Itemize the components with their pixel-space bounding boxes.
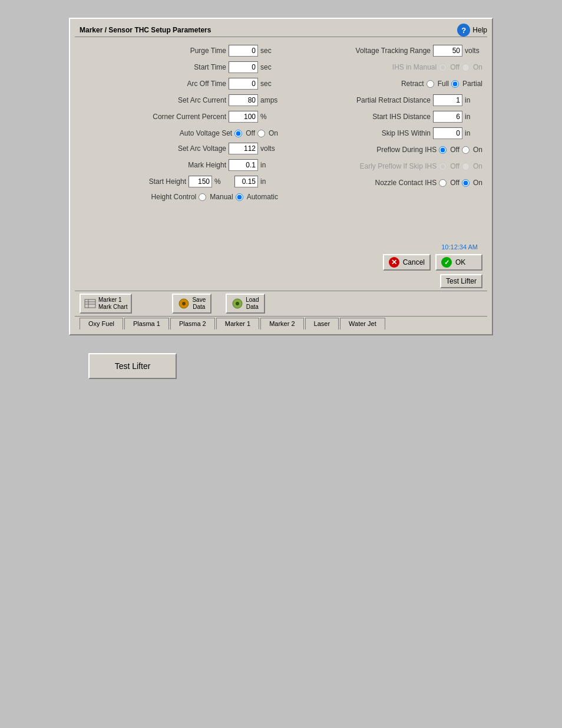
tab-water-jet[interactable]: Water Jet bbox=[340, 318, 385, 330]
svg-point-7 bbox=[236, 302, 239, 305]
purge-time-input[interactable] bbox=[229, 45, 258, 57]
preflow-ihs-label: Preflow During IHS bbox=[284, 146, 437, 154]
mark-height-label: Mark Height bbox=[156, 161, 226, 169]
start-ihs-input[interactable] bbox=[433, 111, 462, 123]
ok-button[interactable]: ✓ OK bbox=[435, 254, 482, 271]
tab-marker-2[interactable]: Marker 2 bbox=[260, 318, 303, 330]
nozzle-contact-on-label: On bbox=[473, 179, 482, 187]
start-height-input2[interactable] bbox=[234, 176, 258, 187]
partial-retract-label: Partial Retract Distance bbox=[284, 96, 431, 104]
load-label: Load bbox=[246, 297, 259, 304]
retract-partial-label: Partial bbox=[462, 80, 482, 88]
auto-voltage-on-radio[interactable] bbox=[257, 130, 265, 137]
cancel-label: Cancel bbox=[403, 258, 425, 266]
ihs-manual-on-label: On bbox=[473, 63, 482, 71]
mark-chart-label: Mark Chart bbox=[98, 304, 127, 311]
main-dialog: Marker / Sensor THC Setup Parameters ? H… bbox=[69, 18, 493, 335]
arc-off-time-label: Arc Off Time bbox=[156, 80, 226, 88]
skip-ihs-input[interactable] bbox=[433, 127, 462, 139]
save-data-button[interactable]: Save Data bbox=[172, 294, 211, 314]
set-arc-voltage-input[interactable] bbox=[229, 143, 258, 154]
save-label: Save bbox=[192, 297, 206, 304]
tab-bar: Oxy Fuel Plasma 1 Plasma 2 Marker 1 Mark… bbox=[75, 316, 487, 330]
arc-off-time-input[interactable] bbox=[229, 78, 258, 90]
corner-current-input[interactable] bbox=[229, 111, 258, 123]
purge-time-unit: sec bbox=[260, 47, 278, 55]
early-preflow-off-label: Off bbox=[450, 162, 459, 170]
skip-ihs-label: Skip IHS Within bbox=[284, 129, 431, 137]
test-lifter-button[interactable]: Test Lifter bbox=[440, 274, 482, 288]
auto-voltage-off-radio[interactable] bbox=[234, 130, 242, 137]
start-time-unit: sec bbox=[260, 63, 278, 71]
tab-plasma-2[interactable]: Plasma 2 bbox=[170, 318, 215, 330]
help-icon[interactable]: ? bbox=[457, 24, 470, 37]
nozzle-contact-off-radio[interactable] bbox=[439, 179, 447, 187]
save-data-icon bbox=[178, 298, 190, 309]
auto-voltage-on-label: On bbox=[269, 129, 278, 137]
preflow-ihs-on-label: On bbox=[473, 146, 482, 154]
cancel-button[interactable]: ✕ Cancel bbox=[383, 254, 431, 271]
purge-time-label: Purge Time bbox=[156, 47, 226, 55]
standalone-test-lifter-button[interactable]: Test Lifter bbox=[88, 353, 177, 379]
svg-rect-0 bbox=[85, 299, 95, 308]
skip-ihs-row: Skip IHS Within in bbox=[284, 127, 482, 140]
marker-chart-button[interactable]: Marker 1 Mark Chart bbox=[80, 294, 132, 314]
mark-height-input[interactable] bbox=[229, 159, 258, 171]
timestamp: 10:12:34 AM bbox=[383, 243, 482, 251]
start-height-row: Start Height % in bbox=[80, 175, 278, 188]
retract-label: Retract bbox=[284, 80, 424, 88]
preflow-ihs-on-radio[interactable] bbox=[462, 146, 470, 154]
height-control-manual-radio[interactable] bbox=[199, 193, 206, 201]
nozzle-contact-label: Nozzle Contact IHS bbox=[284, 179, 437, 187]
retract-full-radio[interactable] bbox=[427, 80, 434, 88]
ihs-manual-row: IHS in Manual Off On bbox=[284, 61, 482, 74]
tab-laser[interactable]: Laser bbox=[305, 318, 339, 330]
partial-retract-input[interactable] bbox=[433, 94, 462, 106]
dialog-title: Marker / Sensor THC Setup Parameters bbox=[75, 24, 487, 37]
svg-point-5 bbox=[182, 302, 186, 305]
standalone-test-lifter-label: Test Lifter bbox=[115, 361, 151, 371]
height-control-automatic-label: Automatic bbox=[247, 193, 278, 201]
start-height-percent-unit: % bbox=[214, 177, 232, 186]
early-preflow-off-radio[interactable] bbox=[439, 163, 447, 170]
mark-height-row: Mark Height in bbox=[80, 159, 278, 172]
partial-retract-row: Partial Retract Distance in bbox=[284, 94, 482, 107]
nozzle-contact-on-radio[interactable] bbox=[462, 179, 470, 187]
nozzle-contact-row: Nozzle Contact IHS Off On bbox=[284, 176, 482, 189]
arc-off-time-unit: sec bbox=[260, 80, 278, 88]
set-arc-current-input[interactable] bbox=[229, 94, 258, 106]
height-control-manual-label: Manual bbox=[210, 193, 233, 201]
left-panel: Purge Time sec Start Time sec Arc Off Ti… bbox=[80, 44, 278, 203]
set-arc-voltage-unit: volts bbox=[260, 144, 278, 153]
right-panel: Voltage Tracking Range volts IHS in Manu… bbox=[278, 44, 482, 203]
height-control-label: Height Control bbox=[125, 193, 196, 201]
marker1-label: Marker 1 bbox=[98, 297, 127, 304]
purge-time-row: Purge Time sec bbox=[80, 44, 278, 57]
start-time-input[interactable] bbox=[229, 61, 258, 73]
partial-retract-unit: in bbox=[465, 96, 482, 104]
save-data-label: Data bbox=[192, 304, 206, 311]
load-data-button[interactable]: Load Data bbox=[226, 294, 265, 314]
voltage-tracking-input[interactable] bbox=[433, 45, 462, 57]
ihs-manual-off-radio[interactable] bbox=[439, 64, 447, 71]
ihs-manual-label: IHS in Manual bbox=[284, 63, 437, 71]
early-preflow-row: Early Preflow If Skip IHS Off On bbox=[284, 160, 482, 173]
start-ihs-row: Start IHS Distance in bbox=[284, 110, 482, 123]
early-preflow-on-radio[interactable] bbox=[462, 163, 470, 170]
tab-plasma-1[interactable]: Plasma 1 bbox=[124, 318, 169, 330]
start-height-input[interactable] bbox=[189, 176, 212, 187]
voltage-tracking-label: Voltage Tracking Range bbox=[284, 47, 431, 55]
skip-ihs-unit: in bbox=[465, 129, 482, 137]
help-label: Help bbox=[472, 26, 487, 34]
ihs-manual-on-radio[interactable] bbox=[462, 64, 470, 71]
preflow-ihs-off-label: Off bbox=[450, 146, 459, 154]
early-preflow-label: Early Preflow If Skip IHS bbox=[284, 162, 437, 170]
height-control-automatic-radio[interactable] bbox=[236, 193, 243, 201]
retract-partial-radio[interactable] bbox=[451, 80, 459, 88]
preflow-ihs-off-radio[interactable] bbox=[439, 146, 447, 154]
tab-marker-1[interactable]: Marker 1 bbox=[216, 318, 259, 330]
preflow-ihs-row: Preflow During IHS Off On bbox=[284, 143, 482, 156]
marker-chart-icon bbox=[84, 299, 96, 308]
tab-oxy-fuel[interactable]: Oxy Fuel bbox=[80, 318, 123, 330]
load-data-label: Data bbox=[246, 304, 259, 311]
